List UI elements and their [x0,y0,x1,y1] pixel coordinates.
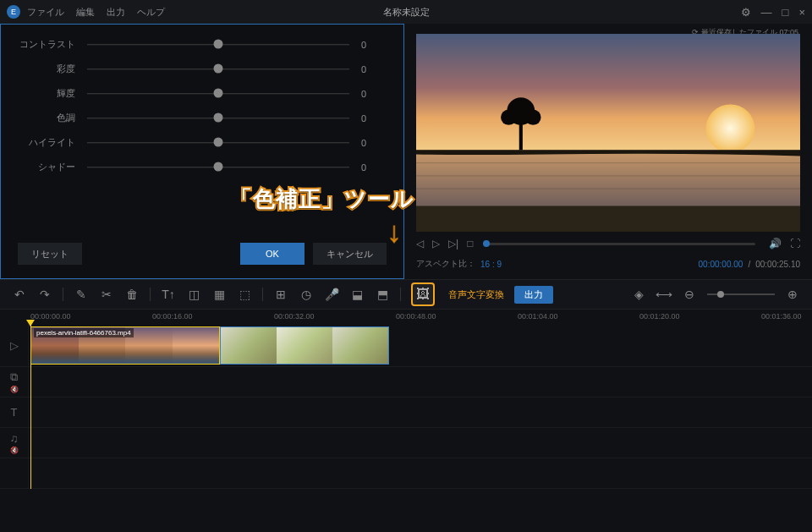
cut-icon[interactable]: ✂ [99,287,114,302]
redo-icon[interactable]: ↷ [37,287,52,302]
color-correction-icon: 🖼 [416,287,430,302]
tool-icon-4[interactable]: ⬚ [237,287,252,302]
preview-panel: ⟳ 最近保存したファイル 07:05 [404,24,812,279]
track-head-text[interactable]: T [0,398,29,427]
reset-button[interactable]: リセット [18,243,82,265]
slider-contrast: コントラスト 0 [18,38,387,51]
delete-icon[interactable]: 🗑 [124,287,140,302]
app-logo: E [7,5,20,19]
audio-to-text-button[interactable]: 音声文字変換 [448,288,504,301]
close-button[interactable]: × [798,6,805,19]
mosaic-icon[interactable]: ▦ [211,287,227,302]
export-button[interactable]: 出力 [514,286,553,304]
aspect-label: アスペクト比： [416,258,475,270]
timeline-ruler[interactable]: 00:00:00.00 00:00:16.00 00:00:32.00 00:0… [0,310,812,325]
track-head-video[interactable]: ▷ [0,325,29,366]
mic-icon[interactable]: 🎤 [324,287,339,302]
svg-rect-3 [416,206,800,232]
total-time: 00:00:25.10 [755,260,800,269]
video-clip-1[interactable]: pexels-arvin-latifi-6466763.mp4 [30,326,220,365]
toolbar: ↶ ↷ ✎ ✂ 🗑 T↑ ◫ ▦ ⬚ ⊞ ◷ 🎤 ⬓ ⬒ 🖼 音声文字変換 出力… [0,279,812,310]
clip-filename: pexels-arvin-latifi-6466763.mp4 [34,328,134,337]
color-correction-tool[interactable]: 🖼 [411,282,435,306]
svg-point-6 [501,110,517,125]
video-preview [416,34,800,232]
tool-icon-9[interactable]: ⬒ [375,287,390,302]
extra-track[interactable] [0,458,812,489]
volume-icon[interactable]: 🔊 [769,238,782,250]
menu-edit[interactable]: 編集 [76,6,95,19]
cancel-button[interactable]: キャンセル [313,243,387,265]
menu-file[interactable]: ファイル [27,6,64,19]
tool-icon-5[interactable]: ⊞ [273,287,288,302]
stop-button[interactable]: □ [467,238,473,250]
slider-track[interactable] [87,44,349,46]
ruler-tick: 00:00:00.00 [30,312,71,321]
slider-shadow: シャドー 0 [18,161,387,173]
next-frame-button[interactable]: ▷| [448,238,458,250]
edit-icon[interactable]: ✎ [74,287,89,302]
menu-help[interactable]: ヘルプ [137,6,165,19]
undo-icon[interactable]: ↶ [12,287,27,302]
pip-track-icon: ⧉ [10,370,18,384]
pip-track[interactable]: ⧉ 🔇 [0,367,812,398]
playhead[interactable] [30,325,31,489]
slider-brightness: 輝度 0 [18,87,387,100]
text-track[interactable]: T [0,398,812,428]
svg-point-1 [706,104,755,152]
slider-label: コントラスト [18,38,75,51]
ruler-tick: 00:01:36.00 [761,312,802,321]
prev-frame-button[interactable]: ◁ [416,238,424,250]
marker-icon[interactable]: ◈ [631,287,646,302]
track-head-pip[interactable]: ⧉ 🔇 [0,367,29,397]
timeline: ▷ pexels-arvin-latifi-6466763.mp4 ⧉ 🔇 [0,325,812,489]
slider-highlight: ハイライト 0 [18,136,387,149]
menu-export[interactable]: 出力 [107,6,125,19]
ruler-tick: 00:00:16.00 [152,312,193,321]
crop-icon[interactable]: ◫ [186,287,201,302]
slider-tone: 色調 0 [18,112,387,124]
color-correction-panel: コントラスト 0 彩度 0 輝度 0 色調 0 ハイライト [0,24,404,279]
text-track-icon: T [11,406,18,419]
ruler-tick: 00:01:20.00 [639,312,680,321]
text-tool-icon[interactable]: T↑ [161,287,176,302]
fullscreen-icon[interactable]: ⛶ [790,238,800,250]
ok-button[interactable]: OK [240,243,304,265]
ruler-tick: 00:00:48.00 [396,312,436,321]
slider-thumb[interactable] [214,40,223,49]
tool-icon-8[interactable]: ⬓ [349,287,365,302]
slider-saturation: 彩度 0 [18,63,387,75]
settings-icon[interactable]: ⚙ [741,6,751,19]
zoom-slider[interactable] [707,293,775,295]
audio-track-icon: ♫ [10,432,19,445]
video-clip-2[interactable] [220,326,389,365]
zoom-out-icon[interactable]: ⊖ [682,287,697,302]
svg-point-7 [525,110,541,125]
audio-waveform [31,354,219,364]
svg-rect-2 [416,150,800,210]
ruler-tick: 00:00:32.00 [274,312,315,321]
current-time: 00:00:00.00 [699,260,743,269]
minimize-button[interactable]: — [761,6,772,19]
video-track-icon: ▷ [10,339,19,352]
transport-bar: ◁ ▷ ▷| □ 🔊 ⛶ [416,232,800,255]
scrub-bar[interactable] [486,243,755,245]
video-track[interactable]: ▷ pexels-arvin-latifi-6466763.mp4 [0,325,812,367]
audio-track[interactable]: ♫ 🔇 [0,428,812,458]
duration-icon[interactable]: ◷ [299,287,314,302]
zoom-in-icon[interactable]: ⊕ [785,287,800,302]
slider-value: 0 [361,40,387,50]
maximize-button[interactable]: □ [782,6,789,19]
fit-icon[interactable]: ⟷ [656,287,672,302]
aspect-value[interactable]: 16 : 9 [480,260,502,269]
track-head-audio[interactable]: ♫ 🔇 [0,428,29,458]
ruler-tick: 00:01:04.00 [518,312,558,321]
window-title: 名称未設定 [383,6,430,19]
play-button[interactable]: ▷ [432,238,440,250]
titlebar: E ファイル 編集 出力 ヘルプ 名称未設定 ⚙ — □ × [0,0,812,24]
